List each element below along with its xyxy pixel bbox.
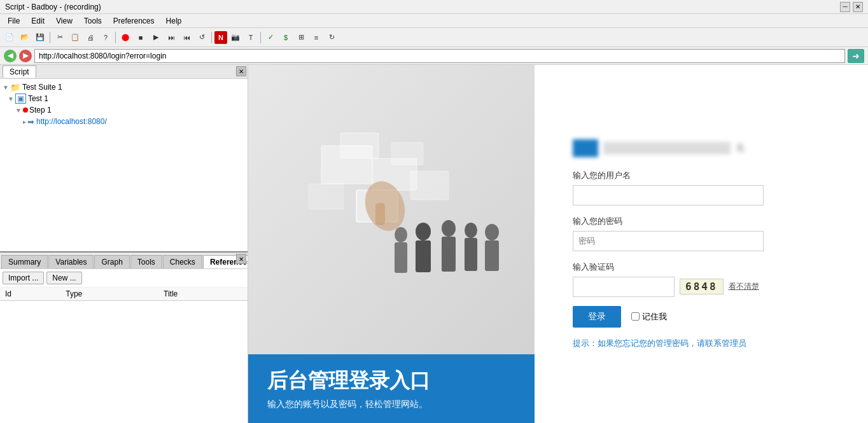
svg-rect-16 [395, 242, 407, 273]
username-input[interactable] [573, 185, 764, 205]
menu-file[interactable]: File [3, 15, 25, 27]
toolbar-next[interactable]: ⏭ [164, 31, 178, 45]
import-button[interactable]: Import ... [3, 272, 44, 284]
nav-back[interactable]: ◀ [4, 50, 17, 62]
toolbar-n[interactable]: N [214, 31, 227, 44]
toolbar-grid[interactable]: ⊞ [294, 31, 308, 45]
references-table: Id Type Title [0, 288, 248, 301]
browser-content: 后台管理登录入口 输入您的账号以及密码，轻松管理网站。 元 输入您的用户名 输入… [248, 65, 868, 423]
separator-4 [260, 32, 261, 43]
script-panel-close[interactable]: ✕ [236, 66, 246, 76]
window-title: Script - Badboy - (recording) [5, 3, 840, 11]
menu-preferences[interactable]: Preferences [108, 15, 160, 27]
toolbar-text[interactable]: T [244, 31, 258, 45]
password-label: 输入您的密码 [573, 216, 830, 227]
tree-item-url[interactable]: ▸ ➡ http://localhost:8080/ [3, 116, 245, 127]
separator-2 [115, 32, 116, 43]
test-label: Test 1 [28, 94, 48, 103]
tabs-bar: Summary Variables Graph Tools Checks Ref… [0, 253, 248, 269]
toolbar-print[interactable]: 🖨 [83, 31, 97, 45]
toolbar-prev[interactable]: ⏮ [179, 31, 193, 45]
username-label: 输入您的用户名 [573, 170, 830, 181]
menu-help[interactable]: Help [161, 15, 187, 27]
toolbar-checkmark[interactable]: ✓ [263, 31, 277, 45]
toolbar-cut[interactable]: ✂ [53, 31, 67, 45]
svg-rect-10 [442, 237, 456, 272]
toolbar-lines[interactable]: ≡ [309, 31, 323, 45]
svg-rect-1 [340, 133, 379, 158]
col-id: Id [0, 288, 60, 301]
svg-rect-18 [375, 203, 385, 225]
svg-rect-3 [391, 142, 423, 165]
svg-point-13 [485, 224, 499, 240]
svg-point-11 [465, 223, 477, 238]
main-layout: Script ✕ ▼ 📁 Test Suite 1 ▼ ▣ Test 1 [0, 65, 868, 423]
captcha-row: 6848 看不清楚 [573, 277, 830, 297]
tree-item-testsuite[interactable]: ▼ 📁 Test Suite 1 [3, 81, 245, 93]
menu-edit[interactable]: Edit [26, 15, 50, 27]
toolbar-save[interactable]: 💾 [33, 31, 47, 45]
login-button[interactable]: 登录 [573, 306, 621, 328]
menu-bar: File Edit View Tools Preferences Help [0, 14, 868, 28]
bottom-panel-close[interactable]: ✕ [236, 254, 246, 264]
tab-tools[interactable]: Tools [130, 255, 162, 268]
svg-rect-8 [416, 240, 431, 272]
nav-forward[interactable]: ▶ [19, 50, 32, 62]
tree-item-test[interactable]: ▼ ▣ Test 1 [3, 93, 245, 104]
go-button[interactable]: ➜ [848, 49, 864, 63]
test-box-icon: ▣ [15, 94, 26, 104]
captcha-refresh-link[interactable]: 看不清楚 [729, 281, 759, 292]
tab-summary[interactable]: Summary [1, 255, 48, 268]
captcha-label: 输入验证码 [573, 261, 830, 273]
svg-rect-4 [410, 171, 449, 200]
toolbar-new[interactable]: 📄 [3, 31, 17, 45]
toolbar: 📄 📂 💾 ✂ 📋 🖨 ? ⬤ ■ ▶ ⏭ ⏮ ↺ N 📷 T ✓ $ ⊞ ≡ … [0, 28, 868, 47]
toolbar-rec[interactable]: ⬤ [118, 31, 132, 45]
logo-text-blurred [603, 142, 731, 155]
new-button[interactable]: New ... [46, 272, 81, 284]
address-input[interactable] [34, 49, 845, 63]
captcha-input[interactable] [573, 277, 675, 297]
expand-icon: ▼ [3, 84, 9, 91]
right-panel: 后台管理登录入口 输入您的账号以及密码，轻松管理网站。 元 输入您的用户名 输入… [248, 65, 868, 423]
remember-checkbox[interactable] [631, 312, 640, 321]
tab-graph[interactable]: Graph [94, 255, 129, 268]
arrow-right-icon: ➡ [27, 117, 34, 127]
toolbar-copy[interactable]: 📋 [68, 31, 82, 45]
remember-row: 记住我 [631, 311, 667, 322]
toolbar-help[interactable]: ? [99, 31, 113, 45]
toolbar-refresh[interactable]: ↻ [325, 31, 339, 45]
minimize-button[interactable]: ─ [840, 2, 850, 12]
login-image-side: 后台管理登录入口 输入您的账号以及密码，轻松管理网站。 [248, 65, 535, 423]
svg-rect-14 [485, 240, 499, 271]
deco-svg [258, 107, 525, 330]
red-dot-icon [23, 107, 28, 113]
svg-point-9 [442, 220, 456, 237]
script-panel: Script ✕ ▼ 📁 Test Suite 1 ▼ ▣ Test 1 [0, 65, 248, 253]
references-toolbar: Import ... New ... [0, 269, 248, 288]
menu-tools[interactable]: Tools [79, 15, 107, 27]
logo-suffix: 元 [736, 142, 745, 154]
left-panel: Script ✕ ▼ 📁 Test Suite 1 ▼ ▣ Test 1 [0, 65, 248, 423]
captcha-image: 6848 [680, 279, 724, 295]
menu-view[interactable]: View [51, 15, 78, 27]
close-button[interactable]: ✕ [853, 2, 863, 12]
password-input[interactable] [573, 231, 764, 251]
script-tab[interactable]: Script [3, 66, 36, 78]
toolbar-dollar[interactable]: $ [279, 31, 293, 45]
tab-checks[interactable]: Checks [163, 255, 202, 268]
tab-variables[interactable]: Variables [48, 255, 94, 268]
toolbar-loop[interactable]: ↺ [195, 31, 209, 45]
login-image-overlay: 后台管理登录入口 输入您的账号以及密码，轻松管理网站。 [248, 354, 535, 423]
separator-3 [211, 32, 212, 43]
login-big-title: 后台管理登录入口 [267, 367, 515, 395]
deco-shapes [248, 65, 535, 372]
login-btn-row: 登录 记住我 [573, 306, 830, 328]
toolbar-play[interactable]: ▶ [149, 31, 163, 45]
toolbar-open[interactable]: 📂 [18, 31, 32, 45]
script-tree: ▼ 📁 Test Suite 1 ▼ ▣ Test 1 ▼ Step 1 [0, 79, 248, 251]
col-type: Type [60, 288, 158, 301]
toolbar-stop[interactable]: ■ [134, 31, 148, 45]
toolbar-screenshot[interactable]: 📷 [228, 31, 242, 45]
tree-item-step[interactable]: ▼ Step 1 [3, 104, 245, 116]
